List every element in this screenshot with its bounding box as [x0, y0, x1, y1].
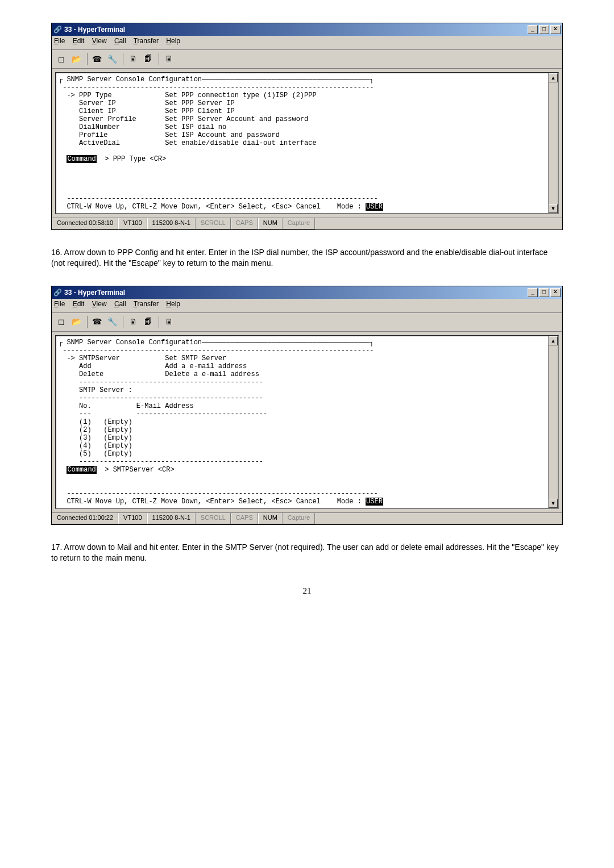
mode-indicator: USER [366, 203, 383, 211]
terminal-area[interactable]: ┌ SNMP Server Console Configuration─────… [55, 72, 559, 214]
close-button[interactable]: × [550, 25, 561, 34]
scroll-up-icon[interactable]: ▲ [549, 73, 558, 82]
close-button[interactable]: × [550, 288, 561, 297]
separator [159, 316, 159, 328]
status-baud: 115200 8-N-1 [147, 513, 196, 524]
app-icon: 🔗 [53, 26, 62, 34]
menu-transfer[interactable]: Transfer [134, 37, 159, 45]
status-scroll: SCROLL [196, 513, 231, 524]
menu-edit[interactable]: Edit [73, 37, 85, 45]
separator [87, 53, 88, 65]
hyperterminal-window-2: 🔗 33 - HyperTerminal _ □ × File Edit Vie… [51, 286, 563, 525]
call-icon[interactable]: ☎ [90, 315, 104, 329]
toolbar: ◻ 📂 ☎ 🔧 🗎 🗐 🗏 [52, 50, 562, 69]
terminal-content: ┌ SNMP Server Console Configuration─────… [59, 339, 555, 506]
statusbar: Connected 00:58:10 VT100 115200 8-N-1 SC… [52, 218, 562, 229]
app-icon: 🔗 [53, 289, 62, 297]
scrollbar[interactable]: ▲ ▼ [548, 336, 558, 508]
instruction-16: 16. Arrow down to PPP Config and hit ent… [51, 247, 563, 269]
step-text: Arrow down to Mail and hit enter. Enter … [51, 542, 559, 562]
status-caps: CAPS [231, 513, 258, 524]
page-number: 21 [51, 586, 563, 596]
send-icon[interactable]: 🗎 [126, 52, 140, 66]
disconnect-icon[interactable]: 🔧 [105, 52, 119, 66]
open-icon[interactable]: 📂 [69, 52, 84, 66]
scroll-down-icon[interactable]: ▼ [549, 204, 558, 213]
menu-help[interactable]: Help [166, 300, 180, 308]
menu-transfer[interactable]: Transfer [134, 300, 159, 308]
window-title: 33 - HyperTerminal [64, 26, 526, 34]
terminal-area[interactable]: ┌ SNMP Server Console Configuration─────… [55, 335, 559, 509]
menubar: File Edit View Call Transfer Help [52, 36, 562, 50]
send-icon[interactable]: 🗎 [126, 315, 140, 329]
status-caps: CAPS [231, 218, 258, 229]
status-num: NUM [258, 513, 283, 524]
titlebar: 🔗 33 - HyperTerminal _ □ × [52, 23, 562, 36]
maximize-button[interactable]: □ [539, 25, 549, 34]
titlebar: 🔗 33 - HyperTerminal _ □ × [52, 286, 562, 299]
toolbar: ◻ 📂 ☎ 🔧 🗎 🗐 🗏 [52, 313, 562, 332]
menu-call[interactable]: Call [114, 300, 126, 308]
menu-file[interactable]: File [54, 300, 65, 308]
minimize-button[interactable]: _ [528, 25, 538, 34]
status-emulation: VT100 [118, 218, 147, 229]
status-num: NUM [258, 218, 283, 229]
command-label: Command [67, 466, 96, 474]
status-baud: 115200 8-N-1 [147, 218, 196, 229]
call-icon[interactable]: ☎ [90, 52, 104, 66]
menu-view[interactable]: View [92, 37, 107, 45]
new-icon[interactable]: ◻ [54, 315, 68, 329]
separator [123, 316, 123, 328]
minimize-button[interactable]: _ [528, 288, 538, 297]
window-title: 33 - HyperTerminal [64, 289, 526, 297]
step-number: 17. [51, 542, 62, 552]
status-capture: Capture [283, 218, 315, 229]
properties-icon[interactable]: 🗏 [161, 315, 176, 329]
statusbar: Connected 01:00:22 VT100 115200 8-N-1 SC… [52, 512, 562, 524]
receive-icon[interactable]: 🗐 [141, 52, 155, 66]
menu-file[interactable]: File [54, 37, 65, 45]
maximize-button[interactable]: □ [539, 288, 549, 297]
status-connected: Connected 00:58:10 [52, 218, 118, 229]
step-text: Arrow down to PPP Config and hit enter. … [51, 248, 547, 268]
menubar: File Edit View Call Transfer Help [52, 299, 562, 313]
scroll-down-icon[interactable]: ▼ [549, 499, 558, 508]
scrollbar[interactable]: ▲ ▼ [548, 73, 558, 213]
separator [159, 53, 159, 65]
scroll-up-icon[interactable]: ▲ [549, 336, 558, 345]
status-capture: Capture [283, 513, 315, 524]
separator [123, 53, 123, 65]
menu-view[interactable]: View [92, 300, 107, 308]
disconnect-icon[interactable]: 🔧 [105, 315, 119, 329]
command-label: Command [67, 155, 96, 163]
status-connected: Connected 01:00:22 [52, 513, 118, 524]
menu-edit[interactable]: Edit [73, 300, 85, 308]
step-number: 16. [51, 248, 62, 257]
open-icon[interactable]: 📂 [69, 315, 84, 329]
terminal-content: ┌ SNMP Server Console Configuration─────… [59, 76, 555, 211]
properties-icon[interactable]: 🗏 [161, 52, 176, 66]
hyperterminal-window-1: 🔗 33 - HyperTerminal _ □ × File Edit Vie… [51, 23, 563, 230]
new-icon[interactable]: ◻ [54, 52, 68, 66]
receive-icon[interactable]: 🗐 [141, 315, 155, 329]
menu-help[interactable]: Help [166, 37, 180, 45]
status-scroll: SCROLL [196, 218, 231, 229]
menu-call[interactable]: Call [114, 37, 126, 45]
instruction-17: 17. Arrow down to Mail and hit enter. En… [51, 542, 563, 564]
separator [87, 316, 88, 328]
mode-indicator: USER [366, 498, 383, 506]
status-emulation: VT100 [118, 513, 147, 524]
